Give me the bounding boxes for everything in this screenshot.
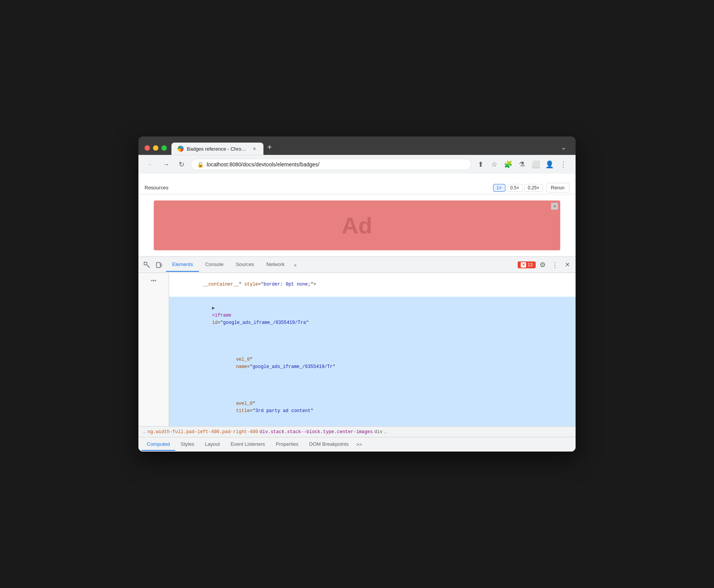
devtools-settings-button[interactable]: ⚙ xyxy=(537,260,548,270)
sidebar-dots: ••• xyxy=(151,278,156,284)
inspect-element-button[interactable] xyxy=(141,260,152,270)
tabs-area: Badges reference - Chrome De ✕ + ⌄ xyxy=(171,141,569,155)
error-count: 13 xyxy=(528,262,533,268)
flask-button[interactable]: ⚗ xyxy=(516,158,528,171)
bookmark-icon: ☆ xyxy=(491,160,497,169)
breadcrumb-item-3[interactable]: div xyxy=(374,429,383,435)
new-tab-button[interactable]: + xyxy=(263,141,276,153)
tab-favicon xyxy=(178,146,184,152)
zoom-buttons: 1× 0.5× 0.25× xyxy=(493,184,543,192)
zoom-025x-button[interactable]: 0.25× xyxy=(524,184,543,192)
browser-window: Badges reference - Chrome De ✕ + ⌄ ← → ↻… xyxy=(138,136,576,452)
splitscreen-icon: ⬜ xyxy=(531,160,540,169)
settings-icon: ⚙ xyxy=(540,261,546,269)
back-icon: ← xyxy=(147,161,154,169)
rerun-button[interactable]: Rerun xyxy=(546,183,569,192)
tab-elements[interactable]: Elements xyxy=(166,258,199,272)
element-line-1: __container__" style="border: 0pt none;"… xyxy=(169,273,576,297)
forward-button[interactable]: → xyxy=(160,158,172,171)
svg-rect-1 xyxy=(156,263,160,268)
share-icon: ⬆ xyxy=(478,160,484,169)
ad-text: Ad xyxy=(342,212,372,239)
element-line-selected[interactable]: ▶ <iframe id="google_ads_iframe_/6355419… xyxy=(169,297,576,426)
dt-left-sidebar: ••• xyxy=(138,273,169,426)
zoom-1x-button[interactable]: 1× xyxy=(493,184,505,192)
el-attr-container: __container__ xyxy=(203,282,239,287)
bottom-tabs: Computed Styles Layout Event Listeners P… xyxy=(138,437,576,452)
svg-rect-2 xyxy=(161,264,162,266)
expand-triangle[interactable]: ▶ xyxy=(212,305,217,311)
tab-layout[interactable]: Layout xyxy=(199,438,225,451)
tab-close-icon[interactable]: ✕ xyxy=(251,146,257,152)
maximize-button[interactable] xyxy=(161,145,167,151)
devtools-panel: Elements Console Sources Network » ✕ 13 … xyxy=(138,256,576,452)
url-bar[interactable]: 🔒 localhost:8080/docs/devtools/elements/… xyxy=(191,159,471,170)
bookmark-button[interactable]: ☆ xyxy=(488,158,500,171)
back-button[interactable]: ← xyxy=(145,158,157,171)
ad-close-button[interactable]: ✕ xyxy=(551,203,558,210)
address-bar: ← → ↻ 🔒 localhost:8080/docs/devtools/ele… xyxy=(138,155,576,174)
profile-icon: 👤 xyxy=(545,160,554,169)
breadcrumb-item-2[interactable]: div.stack.stack--block.type.center-image… xyxy=(260,429,373,435)
close-icon: ✕ xyxy=(565,261,570,268)
ad-close-icon: ✕ xyxy=(553,204,556,209)
error-badge[interactable]: ✕ 13 xyxy=(518,261,536,268)
error-icon: ✕ xyxy=(521,262,526,268)
more-vert-icon: ⋮ xyxy=(551,261,558,269)
resources-label: Resources xyxy=(145,185,490,191)
page-content: Resources 1× 0.5× 0.25× Rerun Ad ✕ xyxy=(138,174,576,256)
device-icon xyxy=(156,261,163,268)
device-toolbar-button[interactable] xyxy=(154,260,165,270)
refresh-button[interactable]: ↻ xyxy=(175,158,188,171)
tab-overflow-button[interactable]: ⌄ xyxy=(557,141,569,153)
tab-title: Badges reference - Chrome De xyxy=(187,146,248,152)
lock-icon: 🔒 xyxy=(197,161,204,168)
tab-console[interactable]: Console xyxy=(199,258,230,272)
tab-styles[interactable]: Styles xyxy=(175,438,199,451)
profile-button[interactable]: 👤 xyxy=(543,158,556,171)
breadcrumb: … ng.width-full.pad-left-400.pad-right-4… xyxy=(138,426,576,437)
devtools-close-button[interactable]: ✕ xyxy=(562,260,573,270)
extension-button[interactable]: 🧩 xyxy=(502,158,514,171)
tab-computed[interactable]: Computed xyxy=(141,438,175,451)
elements-panel: __container__" style="border: 0pt none;"… xyxy=(169,273,576,426)
devtools-tabs: Elements Console Sources Network » xyxy=(166,258,516,272)
ad-banner: Ad ✕ xyxy=(154,200,560,250)
minimize-button[interactable] xyxy=(153,145,158,151)
splitscreen-button[interactable]: ⬜ xyxy=(530,158,542,171)
devtools-more-button[interactable]: ⋮ xyxy=(549,260,560,270)
breadcrumb-item-1[interactable]: ng.width-full.pad-left-400.pad-right-400 xyxy=(148,429,258,435)
more-vert-icon: ⋮ xyxy=(560,160,567,169)
breadcrumb-dots-right: … xyxy=(384,429,387,435)
ad-controls-bar: Resources 1× 0.5× 0.25× Rerun xyxy=(138,181,576,194)
title-bar: Badges reference - Chrome De ✕ + ⌄ xyxy=(138,136,576,155)
tab-event-listeners[interactable]: Event Listeners xyxy=(225,438,270,451)
devtools-content: ••• __container__" style="border: 0pt no… xyxy=(138,273,576,426)
traffic-lights xyxy=(145,145,167,151)
active-tab[interactable]: Badges reference - Chrome De ✕ xyxy=(171,143,263,155)
tab-network[interactable]: Network xyxy=(260,258,291,272)
svg-rect-0 xyxy=(144,262,147,265)
tab-sources[interactable]: Sources xyxy=(230,258,260,272)
inspect-icon xyxy=(143,261,150,268)
devtools-toolbar: Elements Console Sources Network » ✕ 13 … xyxy=(138,257,576,273)
zoom-05x-button[interactable]: 0.5× xyxy=(507,184,523,192)
flask-icon: ⚗ xyxy=(519,160,525,169)
close-button[interactable] xyxy=(145,145,150,151)
share-button[interactable]: ⬆ xyxy=(474,158,487,171)
toolbar-buttons: ⬆ ☆ 🧩 ⚗ ⬜ 👤 ⋮ xyxy=(474,158,569,171)
ad-wrapper: Ad ✕ xyxy=(138,194,576,256)
url-text: localhost:8080/docs/devtools/elements/ba… xyxy=(207,161,465,168)
tab-properties[interactable]: Properties xyxy=(270,438,304,451)
bottom-more-tabs-button[interactable]: >> xyxy=(354,439,364,450)
refresh-icon: ↻ xyxy=(179,160,184,169)
more-tabs-button[interactable]: » xyxy=(291,258,299,272)
forward-icon: → xyxy=(163,161,169,169)
breadcrumb-dots-left: … xyxy=(143,429,146,435)
more-button[interactable]: ⋮ xyxy=(557,158,569,171)
tab-dom-breakpoints[interactable]: DOM Breakpoints xyxy=(304,438,354,451)
extension-icon: 🧩 xyxy=(504,160,512,169)
